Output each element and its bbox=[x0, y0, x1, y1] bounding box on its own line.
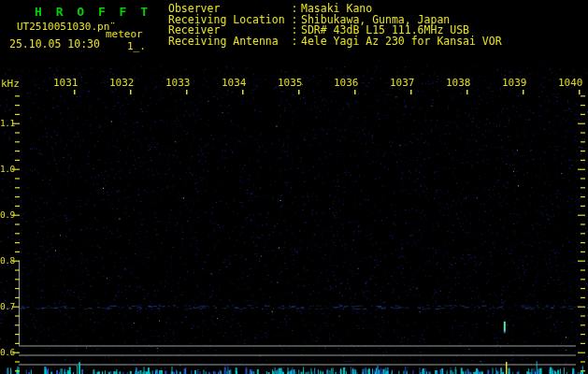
y-axis-tick-label: 1.0 bbox=[0, 165, 15, 174]
x-axis-tick-label: 1034 bbox=[222, 78, 247, 88]
count-indicator: 1_. bbox=[127, 41, 146, 51]
x-axis-tick-label: 1039 bbox=[502, 78, 527, 88]
info-value: 4ele Yagi Az 230 for Kansai VOR bbox=[301, 36, 502, 48]
y-axis-tick-label: 0.9 bbox=[0, 210, 15, 220]
x-axis-tick-label: 1040 bbox=[558, 78, 583, 88]
file-name-label: UT2510051030.pn¨ bbox=[17, 22, 116, 32]
x-axis-tick-label: 1035 bbox=[278, 78, 303, 88]
x-axis-tick-label: 1032 bbox=[109, 78, 135, 88]
y-axis-tick-label: 0.6 bbox=[0, 348, 15, 357]
spectrogram-canvas bbox=[0, 0, 588, 374]
app-title: H R O F F T bbox=[35, 6, 151, 18]
y-axis-tick-label: 0.8 bbox=[0, 256, 15, 266]
meteor-mode-label: meteor bbox=[106, 29, 143, 39]
y-axis-tick-label: 1.1 bbox=[0, 119, 15, 128]
x-axis-tick-label: 1037 bbox=[390, 78, 415, 88]
y-axis-unit-label: kHz bbox=[1, 79, 20, 89]
info-row: Receiving Antenna:4ele Yagi Az 230 for K… bbox=[168, 36, 502, 48]
x-axis-tick-label: 1031 bbox=[53, 78, 79, 88]
info-label: Receiving Antenna bbox=[168, 36, 288, 48]
datetime-label: 25.10.05 10:30 bbox=[9, 39, 100, 50]
info-colon: : bbox=[288, 36, 301, 48]
y-axis-tick-label: 0.7 bbox=[0, 302, 15, 311]
hrofft-screen: H R O F F T UT2510051030.pn¨ meteor 25.1… bbox=[0, 0, 588, 374]
station-info-block: Observer:Masaki KanoReceiving Location:S… bbox=[168, 4, 502, 47]
x-axis-tick-label: 1036 bbox=[334, 78, 359, 88]
x-axis-tick-label: 1033 bbox=[165, 78, 191, 88]
x-axis-tick-label: 1038 bbox=[446, 78, 471, 88]
